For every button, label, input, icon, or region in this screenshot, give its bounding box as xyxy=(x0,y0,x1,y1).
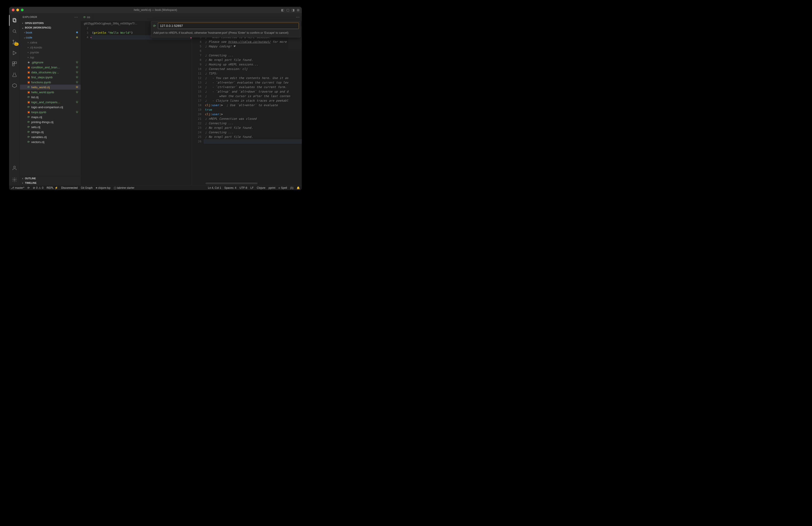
cursor-position[interactable]: Ln 4, Col 1 xyxy=(208,186,221,190)
encoding[interactable]: UTF-8 xyxy=(240,186,247,190)
file-row[interactable]: ▣functions.ipynbU xyxy=(20,80,81,85)
chevron-right-icon: › xyxy=(21,182,24,184)
svg-line-3 xyxy=(15,32,16,33)
language-mode[interactable]: Clojure xyxy=(257,186,265,190)
editor-right[interactable]: 1234567891011121314151617181920212223242… xyxy=(192,26,302,185)
settings-gear-icon[interactable] xyxy=(9,174,20,185)
sidebar-title: EXPLORER xyxy=(23,16,37,18)
layout-icon[interactable]: ⊞ xyxy=(297,8,300,12)
svg-point-2 xyxy=(13,30,16,32)
connection-status[interactable]: Disconnected xyxy=(61,186,78,190)
file-row[interactable]: ▣condition_and_bran…U xyxy=(20,65,81,70)
run-debug-icon[interactable] xyxy=(9,47,20,58)
minimize-button[interactable] xyxy=(16,9,19,11)
file-row[interactable]: ⟳logic-and-comparison.clj xyxy=(20,105,81,109)
file-row[interactable]: ▣logic_and_comparis…U xyxy=(20,100,81,105)
lambda[interactable]: (λ) xyxy=(290,186,293,190)
editor-area: ⟳ co ⋯ g6/25gg5f0x0r1gjbwyb_399q_m0000gn… xyxy=(81,13,302,185)
timeline-section[interactable]: › TIMELINE xyxy=(20,181,81,185)
pprint[interactable]: pprint xyxy=(269,186,275,190)
titlebar-actions: ◧ ▢ ◨ ⊞ xyxy=(281,8,300,12)
notifications-icon[interactable]: 🔔 xyxy=(296,186,300,190)
search-icon[interactable] xyxy=(9,26,20,37)
file-row[interactable]: ⟳list.clj xyxy=(20,95,81,100)
file-row[interactable]: ◆.gitignoreU xyxy=(20,60,81,65)
editor-tab-left[interactable]: ⟳ co xyxy=(81,13,93,21)
extensions-icon[interactable] xyxy=(9,58,20,69)
folder-joyride[interactable]: › .joyride xyxy=(20,50,81,55)
file-row[interactable]: ⟳vectors.clj xyxy=(20,139,81,145)
file-label: printing-things.clj xyxy=(31,120,75,124)
indentation[interactable]: Spaces: 4 xyxy=(224,186,236,190)
editor-left[interactable]: 2 3 4 (println "Hello World") ▸ xyxy=(81,26,192,185)
file-row[interactable]: ▣first_steps.ipynbU xyxy=(20,75,81,80)
file-row[interactable]: ⟳printing-things.clj xyxy=(20,120,81,124)
window-body: 11 EXPLORER ⋯ xyxy=(9,13,302,185)
vscode-window: hello_world.clj — book (Workspace) ◧ ▢ ◨… xyxy=(9,7,302,190)
file-row[interactable]: ▣loops.ipynbU xyxy=(20,109,81,115)
svg-point-13 xyxy=(14,179,15,180)
folder-calva[interactable]: › .calva xyxy=(20,40,81,45)
file-row[interactable]: ▣hello_world.ipynbU xyxy=(20,90,81,95)
svg-point-12 xyxy=(14,166,15,168)
outline-section[interactable]: › OUTLINE xyxy=(20,176,81,181)
open-editors-section[interactable]: › OPEN EDITORS xyxy=(20,21,81,25)
nrepl-host-input[interactable] xyxy=(158,22,299,29)
toggle-secondary-icon[interactable]: ◨ xyxy=(292,8,294,12)
folder-cljkondo[interactable]: › .clj-kondo xyxy=(20,45,81,50)
tabnine[interactable]: ▢ tabnine starter xyxy=(114,186,134,190)
file-row[interactable]: ⟳maps.clj xyxy=(20,115,81,120)
close-button[interactable] xyxy=(12,9,14,11)
file-row[interactable]: ▣data_structures.ipy…U xyxy=(20,70,81,75)
file-icon: ◆ xyxy=(27,61,30,64)
accounts-icon[interactable] xyxy=(9,163,20,174)
clojure-lsp[interactable]: clojure-lsp xyxy=(96,186,111,190)
file-row[interactable]: ⟳variables.clj xyxy=(20,134,81,139)
tab-label: co xyxy=(87,15,90,19)
spell-check[interactable]: ⌾Spell xyxy=(278,186,287,190)
sidebar-more-icon[interactable]: ⋯ xyxy=(74,15,78,19)
horizontal-scrollbar[interactable] xyxy=(205,182,258,184)
folder-code[interactable]: ⌄ code xyxy=(20,35,81,40)
file-label: variables.clj xyxy=(31,135,75,139)
git-status: U xyxy=(75,71,79,74)
toggle-panel-icon[interactable]: ▢ xyxy=(286,8,289,12)
eol[interactable]: LF xyxy=(250,186,253,190)
calva-activity-icon[interactable] xyxy=(9,80,20,91)
git-graph[interactable]: Git Graph xyxy=(81,186,93,190)
file-icon: ⟳ xyxy=(27,95,30,99)
chevron-down-icon: ⌄ xyxy=(23,36,26,39)
workspace-section[interactable]: ⌄ BOOK (WORKSPACE) xyxy=(20,25,81,30)
sync-icon: ⟳ xyxy=(27,186,30,190)
editors-split: 2 3 4 (println "Hello World") ▸ 12345678… xyxy=(81,26,302,185)
maximize-button[interactable] xyxy=(21,9,24,11)
testing-icon[interactable] xyxy=(9,69,20,80)
file-icon: ⟳ xyxy=(27,120,30,124)
folder-book[interactable]: › book xyxy=(20,30,81,35)
repl-status[interactable]: REPL ⚡ xyxy=(47,186,58,190)
file-icon: ⟳ xyxy=(27,105,30,109)
problems[interactable]: ⊘0 ⚠0 xyxy=(33,186,43,190)
tab-actions-icon[interactable]: ⋯ xyxy=(294,13,302,21)
file-label: vectors.clj xyxy=(31,140,75,144)
toggle-sidebar-icon[interactable]: ◧ xyxy=(281,8,284,12)
git-status: U xyxy=(75,61,79,64)
file-label: data_structures.ipy… xyxy=(31,71,75,74)
file-row[interactable]: ⟳sets.clj xyxy=(20,124,81,130)
window-title: hello_world.clj — book (Workspace) xyxy=(9,9,302,12)
source-control-icon[interactable]: 11 xyxy=(9,37,20,47)
outline-label: OUTLINE xyxy=(25,177,36,180)
git-branch[interactable]: ⎇ master* xyxy=(11,186,24,190)
file-icon: ▣ xyxy=(27,101,30,104)
svg-rect-10 xyxy=(13,64,14,66)
svg-point-5 xyxy=(13,43,14,44)
explorer-icon[interactable] xyxy=(9,15,20,26)
sync-button[interactable]: ⟳ xyxy=(27,186,30,190)
file-label: first_steps.ipynb xyxy=(31,76,75,79)
file-row[interactable]: ⟳strings.clj xyxy=(20,130,81,134)
file-icon: ⟳ xyxy=(27,130,30,134)
folder-lsp[interactable]: › .lsp xyxy=(20,55,81,60)
file-row[interactable]: ⟳hello_world.cljM xyxy=(20,85,81,90)
code-content[interactable]: (println "Hello World") ▸ xyxy=(91,26,192,185)
code-content[interactable]: alva evaluation results output w; TIPS: … xyxy=(204,26,302,185)
